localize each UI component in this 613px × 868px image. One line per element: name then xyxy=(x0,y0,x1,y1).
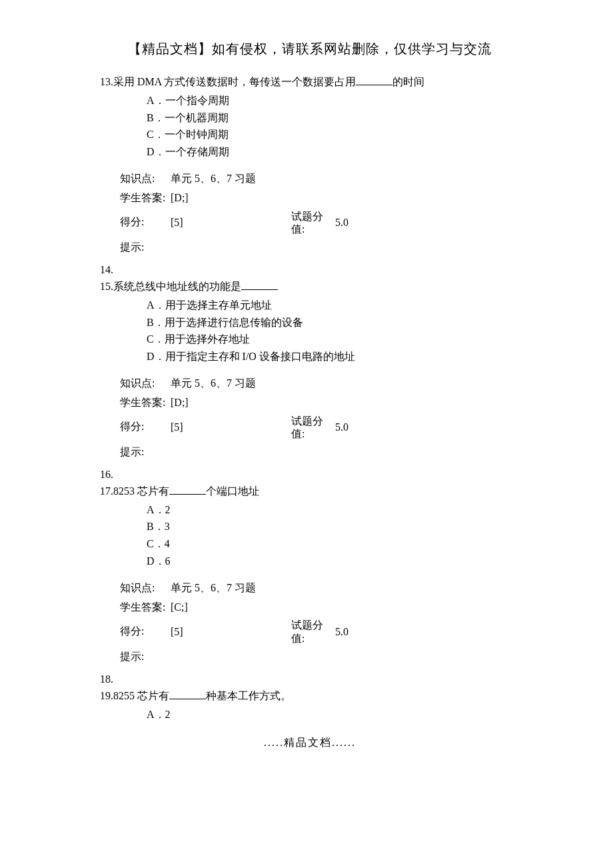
hint-value xyxy=(171,238,291,257)
question-stem: 19.8255 芯片有种基本工作方式。 xyxy=(100,688,520,703)
options-list: A．一个指令周期 B．一个机器周期 C．一个时钟周期 D．一个存储周期 xyxy=(147,92,520,160)
meta-table: 知识点: 单元 5、6、7 习题 学生答案: [D;] 得分: [5] 试题分值… xyxy=(120,169,352,257)
option: A．2 xyxy=(147,706,520,723)
knowledge-value: 单元 5、6、7 习题 xyxy=(171,374,291,393)
options-list: A．2 xyxy=(147,706,520,723)
weight-value: 5.0 xyxy=(335,207,352,238)
options-list: A．用于选择主存单元地址 B．用于选择进行信息传输的设备 C．用于选择外存地址 … xyxy=(147,297,520,365)
question-number: 17. xyxy=(100,485,113,497)
knowledge-label: 知识点: xyxy=(120,169,171,189)
stem-text-after: 个端口地址 xyxy=(206,485,259,497)
option: B．用于选择进行信息传输的设备 xyxy=(147,314,520,331)
option: D．6 xyxy=(147,553,520,570)
option: C．一个时钟周期 xyxy=(147,126,520,143)
hint-value xyxy=(171,443,291,462)
fill-blank xyxy=(169,483,206,495)
score-label: 得分: xyxy=(120,412,171,443)
hint-label: 提示: xyxy=(120,443,171,462)
option: C．4 xyxy=(147,535,520,553)
answer-value: [D;] xyxy=(171,189,291,207)
hint-label: 提示: xyxy=(120,647,171,667)
knowledge-label: 知识点: xyxy=(120,374,171,393)
hint-label: 提示: xyxy=(120,238,171,257)
weight-label: 试题分值: xyxy=(291,207,335,238)
option: A．用于选择主存单元地址 xyxy=(147,297,520,314)
stem-text-before: 8253 芯片有 xyxy=(113,485,169,497)
option: B．3 xyxy=(147,518,520,535)
question-stem: 15.系统总线中地址线的功能是 xyxy=(100,279,520,294)
weight-value: 5.0 xyxy=(335,616,352,647)
options-list: A．2 B．3 C．4 D．6 xyxy=(147,501,520,569)
weight-label: 试题分值: xyxy=(291,412,335,443)
fill-blank xyxy=(241,279,278,290)
page-header: 【精品文档】如有侵权，请联系网站删除，仅供学习与交流 xyxy=(100,40,520,58)
question-number-spacer: 16. xyxy=(100,469,520,481)
question-number-spacer: 14. xyxy=(100,264,520,276)
option: D．一个存储周期 xyxy=(147,143,520,161)
option: C．用于选择外存地址 xyxy=(147,331,520,348)
stem-text-after: 种基本工作方式。 xyxy=(206,690,291,701)
question-number-spacer: 18. xyxy=(100,673,520,685)
fill-blank xyxy=(356,74,392,85)
answer-label: 学生答案: xyxy=(120,189,171,207)
option: A．2 xyxy=(147,501,520,519)
option: B．一个机器周期 xyxy=(147,109,520,127)
answer-label: 学生答案: xyxy=(120,393,171,411)
stem-text-before: 8255 芯片有 xyxy=(113,690,169,701)
knowledge-value: 单元 5、6、7 习题 xyxy=(171,579,291,598)
question-number: 13. xyxy=(100,76,113,87)
fill-blank xyxy=(169,688,206,699)
meta-table: 知识点: 单元 5、6、7 习题 学生答案: [D;] 得分: [5] 试题分值… xyxy=(120,374,352,462)
score-label: 得分: xyxy=(120,207,171,238)
knowledge-value: 单元 5、6、7 习题 xyxy=(171,169,291,189)
answer-label: 学生答案: xyxy=(120,598,171,616)
option: D．用于指定主存和 I/O 设备接口电路的地址 xyxy=(147,348,520,365)
stem-text-after: 的时间 xyxy=(392,76,424,87)
page: 【精品文档】如有侵权，请联系网站删除，仅供学习与交流 13.采用 DMA 方式传… xyxy=(0,0,613,777)
page-footer: .....精品文档...... xyxy=(100,736,520,750)
answer-value: [C;] xyxy=(171,598,291,616)
weight-label: 试题分值: xyxy=(291,616,335,647)
knowledge-label: 知识点: xyxy=(120,579,171,598)
question-number: 19. xyxy=(100,690,113,701)
score-value: [5] xyxy=(171,412,291,443)
stem-text-before: 采用 DMA 方式传送数据时，每传送一个数据要占用 xyxy=(113,76,356,87)
weight-value: 5.0 xyxy=(335,412,352,443)
score-label: 得分: xyxy=(120,616,171,647)
question-number: 15. xyxy=(100,281,113,292)
meta-table: 知识点: 单元 5、6、7 习题 学生答案: [C;] 得分: [5] 试题分值… xyxy=(120,579,352,667)
option: A．一个指令周期 xyxy=(147,92,520,109)
stem-text-before: 系统总线中地址线的功能是 xyxy=(113,281,241,292)
question-stem: 13.采用 DMA 方式传送数据时，每传送一个数据要占用的时间 xyxy=(100,74,520,89)
question-stem: 17.8253 芯片有个端口地址 xyxy=(100,483,520,499)
hint-value xyxy=(171,647,291,667)
score-value: [5] xyxy=(171,207,291,238)
answer-value: [D;] xyxy=(171,393,291,411)
score-value: [5] xyxy=(171,616,291,647)
